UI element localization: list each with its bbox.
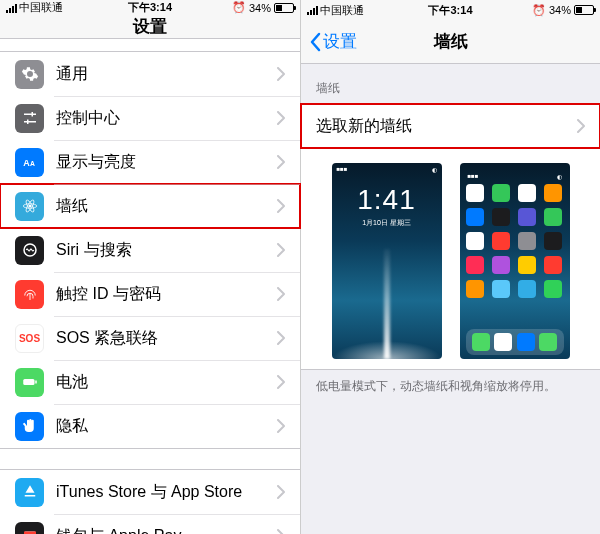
svg-point-2 xyxy=(28,205,31,208)
app-icon xyxy=(492,208,510,226)
svg-rect-7 xyxy=(23,379,34,385)
app-icon xyxy=(492,184,510,202)
chevron-right-icon xyxy=(577,119,585,133)
battery-pct: 34% xyxy=(249,2,271,14)
settings-row-label: SOS 紧急联络 xyxy=(56,328,277,349)
app-icon xyxy=(466,232,484,250)
signal-icon xyxy=(6,3,17,13)
settings-row-itunes[interactable]: iTunes Store 与 App Store xyxy=(0,470,300,514)
app-icon xyxy=(492,232,510,250)
lock-time: 1:41 xyxy=(357,184,416,216)
section-header: 墙纸 xyxy=(301,64,600,103)
alarm-icon: ⏰ xyxy=(532,4,546,17)
flower-icon xyxy=(15,192,44,221)
screen-wallpaper: 中国联通 下午3:14 ⏰ 34% 设置 墙纸 墙纸 选取新的墙纸 ■■■◐ 1… xyxy=(300,0,600,534)
chevron-right-icon xyxy=(277,287,285,301)
nav-bar: 设置 墙纸 xyxy=(301,20,600,64)
dock-app-icon xyxy=(539,333,557,351)
sliders-icon xyxy=(15,104,44,133)
settings-row-label: 触控 ID 与密码 xyxy=(56,284,277,305)
dock-app-icon xyxy=(517,333,535,351)
choose-wallpaper-row[interactable]: 选取新的墙纸 xyxy=(301,104,600,148)
battery-icon xyxy=(274,3,294,13)
signal-icon xyxy=(307,5,318,15)
settings-row-sos[interactable]: SOSSOS 紧急联络 xyxy=(0,316,300,360)
app-icon xyxy=(492,256,510,274)
app-icon xyxy=(518,232,536,250)
wallpaper-previews: ■■■◐ 1:41 1月10日 星期三 ■■■◐ xyxy=(301,149,600,370)
chevron-right-icon xyxy=(277,243,285,257)
app-icon xyxy=(466,208,484,226)
settings-row-label: 控制中心 xyxy=(56,108,277,129)
settings-row-label: Siri 与搜索 xyxy=(56,240,277,261)
settings-row-label: 电池 xyxy=(56,372,277,393)
settings-row-general[interactable]: 通用 xyxy=(0,52,300,96)
settings-row-control[interactable]: 控制中心 xyxy=(0,96,300,140)
chevron-right-icon xyxy=(277,375,285,389)
status-time: 下午3:14 xyxy=(128,0,172,15)
nav-bar: 设置 xyxy=(0,15,300,39)
settings-row-display[interactable]: AA显示与亮度 xyxy=(0,140,300,184)
chevron-right-icon xyxy=(277,67,285,81)
status-time: 下午3:14 xyxy=(428,3,472,18)
appstore-icon xyxy=(15,478,44,507)
wallpaper-hint: 低电量模式下，动态墙纸和视角缩放将停用。 xyxy=(301,370,600,395)
alarm-icon: ⏰ xyxy=(232,1,246,14)
settings-row-battery[interactable]: 电池 xyxy=(0,360,300,404)
status-bar: 中国联通 下午3:14 ⏰ 34% xyxy=(0,0,300,15)
chevron-right-icon xyxy=(277,199,285,213)
settings-row-wallet[interactable]: 钱包与 Apple Pay xyxy=(0,514,300,534)
settings-row-label: 通用 xyxy=(56,64,277,85)
app-icon xyxy=(466,280,484,298)
dock-app-icon xyxy=(494,333,512,351)
svg-rect-8 xyxy=(35,381,37,384)
battery-pct: 34% xyxy=(549,4,571,16)
siri-icon xyxy=(15,236,44,265)
settings-list: 通用控制中心AA显示与亮度墙纸Siri 与搜索触控 ID 与密码SOSSOS 紧… xyxy=(0,39,300,534)
settings-row-label: 显示与亮度 xyxy=(56,152,277,173)
settings-row-touchid[interactable]: 触控 ID 与密码 xyxy=(0,272,300,316)
status-bar: 中国联通 下午3:14 ⏰ 34% xyxy=(301,0,600,20)
back-button[interactable]: 设置 xyxy=(309,30,357,53)
sos-icon: SOS xyxy=(15,324,44,353)
homescreen-preview[interactable]: ■■■◐ xyxy=(460,163,570,359)
gear-icon xyxy=(15,60,44,89)
app-icon xyxy=(518,256,536,274)
app-icon xyxy=(544,184,562,202)
chevron-left-icon xyxy=(309,32,321,52)
app-icon xyxy=(544,280,562,298)
carrier-label: 中国联通 xyxy=(19,0,63,15)
settings-row-label: 隐私 xyxy=(56,416,277,437)
app-icon xyxy=(466,184,484,202)
svg-text:A: A xyxy=(23,158,30,168)
back-label: 设置 xyxy=(323,30,357,53)
battery-icon xyxy=(15,368,44,397)
carrier-label: 中国联通 xyxy=(320,3,364,18)
settings-row-privacy[interactable]: 隐私 xyxy=(0,404,300,448)
aa-icon: AA xyxy=(15,148,44,177)
chevron-right-icon xyxy=(277,529,285,534)
dock-app-icon xyxy=(472,333,490,351)
wallet-icon xyxy=(15,522,44,535)
app-icon xyxy=(518,208,536,226)
settings-row-siri[interactable]: Siri 与搜索 xyxy=(0,228,300,272)
chevron-right-icon xyxy=(277,155,285,169)
chevron-right-icon xyxy=(277,111,285,125)
app-icon xyxy=(518,280,536,298)
screen-settings: 中国联通 下午3:14 ⏰ 34% 设置 通用控制中心AA显示与亮度墙纸Siri… xyxy=(0,0,300,534)
app-icon xyxy=(466,256,484,274)
page-title: 设置 xyxy=(0,15,300,38)
settings-row-wallpaper[interactable]: 墙纸 xyxy=(0,184,300,228)
lockscreen-preview[interactable]: ■■■◐ 1:41 1月10日 星期三 xyxy=(332,163,442,359)
chevron-right-icon xyxy=(277,485,285,499)
app-icon xyxy=(518,184,536,202)
app-icon xyxy=(492,280,510,298)
chevron-right-icon xyxy=(277,419,285,433)
settings-row-label: 钱包与 Apple Pay xyxy=(56,526,277,535)
app-icon xyxy=(544,256,562,274)
choose-wallpaper-label: 选取新的墙纸 xyxy=(316,116,577,137)
svg-text:A: A xyxy=(30,160,35,167)
chevron-right-icon xyxy=(277,331,285,345)
battery-icon xyxy=(574,5,594,15)
hand-icon xyxy=(15,412,44,441)
